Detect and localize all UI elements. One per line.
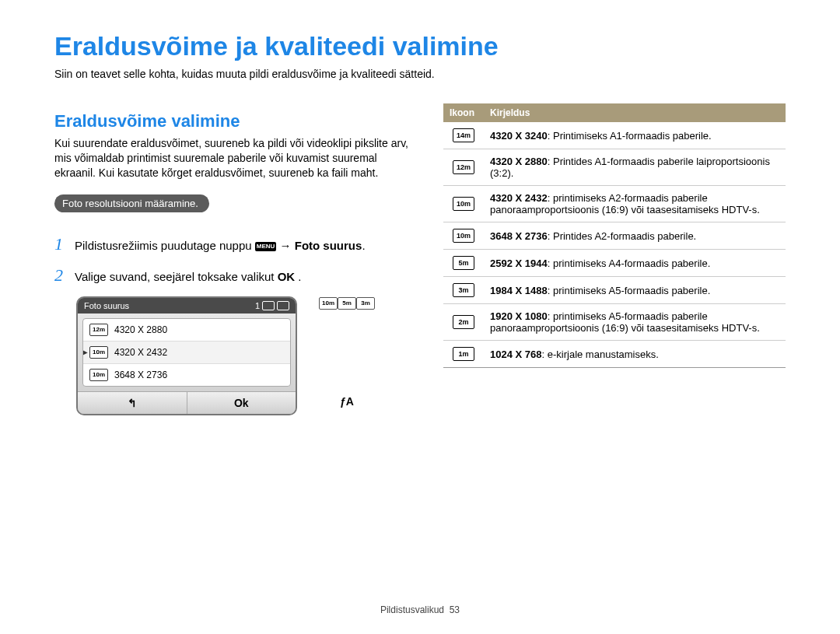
resolution-icon: 10m bbox=[453, 197, 474, 211]
table-icon-cell: 14m bbox=[443, 122, 484, 149]
table-row: 3m1984 X 1488: printimiseks A5-formaadis… bbox=[443, 277, 786, 304]
resolution-icon: 12m bbox=[453, 160, 474, 174]
page-footer: Pildistusvalikud 53 bbox=[0, 604, 840, 615]
camera-menu-footer: ↰ Ok bbox=[78, 391, 296, 414]
table-row: 1m1024 X 768: e-kirjale manustamiseks. bbox=[443, 341, 786, 368]
table-icon-cell: 3m bbox=[443, 277, 484, 304]
resolution-icon: 10m bbox=[89, 346, 108, 359]
step-2: 2 Valige suvand, seejärel toksake valiku… bbox=[54, 265, 412, 285]
resolution-value: 2592 X 1944 bbox=[490, 257, 548, 269]
footer-page-number: 53 bbox=[450, 604, 460, 615]
resolution-description: : printimiseks A5-formaadis paberile. bbox=[548, 285, 711, 296]
page-title: Eraldusvõime ja kvaliteedi valimine bbox=[54, 31, 786, 61]
step-number: 1 bbox=[54, 234, 75, 254]
camera-menu-row[interactable]: 10m4320 X 2432 bbox=[83, 341, 290, 363]
table-desc-cell: 3648 X 2736: Printides A2-formaadis pabe… bbox=[484, 222, 786, 250]
camera-row-label: 3648 X 2736 bbox=[114, 370, 167, 380]
resolution-icon: 12m bbox=[89, 324, 108, 336]
side-status-icons: 10m5m3m ƒA bbox=[319, 297, 375, 415]
resolution-value: 3648 X 2736 bbox=[490, 230, 548, 242]
left-column: Eraldusvõime valimine Kui suurendate era… bbox=[54, 103, 412, 415]
ok-button[interactable]: Ok bbox=[187, 392, 296, 414]
flash-icon: ƒA bbox=[340, 395, 354, 408]
camera-menu-list: 12m4320 X 288010m4320 X 243210m3648 X 27… bbox=[82, 318, 291, 387]
step-2-suffix: . bbox=[295, 270, 301, 283]
resolution-value: 1920 X 1080 bbox=[490, 310, 548, 322]
resolution-value: 4320 X 3240 bbox=[490, 130, 548, 142]
table-row: 10m4320 X 2432: printimiseks A2-formaadi… bbox=[443, 186, 786, 222]
back-button[interactable]: ↰ bbox=[78, 392, 187, 414]
resolution-icon: 3m bbox=[453, 283, 474, 297]
table-icon-cell: 12m bbox=[443, 149, 484, 186]
camera-menu-title: Foto suurus bbox=[84, 301, 129, 310]
table-icon-cell: 1m bbox=[443, 341, 484, 368]
table-desc-cell: 4320 X 2432: printimiseks A2-formaadis p… bbox=[484, 186, 786, 222]
resolution-icon: 1m bbox=[453, 347, 474, 361]
camera-menu-row[interactable]: 12m4320 X 2880 bbox=[83, 319, 290, 341]
camera-menu-figure: Foto suurus 1 12m4320 X 288010m4320 X 24… bbox=[76, 296, 412, 415]
resolution-value: 4320 X 2432 bbox=[490, 192, 548, 204]
table-head-icon: Ikoon bbox=[443, 103, 484, 122]
camera-menu-row[interactable]: 10m3648 X 2736 bbox=[83, 363, 290, 386]
step-number: 2 bbox=[54, 265, 75, 285]
camera-header-count: 1 bbox=[255, 301, 260, 310]
table-desc-cell: 1920 X 1080: printimiseks A5-formaadis p… bbox=[484, 304, 786, 341]
camera-menu: Foto suurus 1 12m4320 X 288010m4320 X 24… bbox=[76, 296, 297, 415]
step-1-suffix: . bbox=[362, 239, 365, 252]
step-1-bold: Foto suurus bbox=[295, 239, 362, 252]
camera-row-label: 4320 X 2432 bbox=[114, 347, 167, 358]
table-row: 2m1920 X 1080: printimiseks A5-formaadis… bbox=[443, 304, 786, 341]
table-row: 14m4320 X 3240: Printimiseks A1-formaadi… bbox=[443, 122, 786, 149]
step-1: 1 Pildistusrežiimis puudutage nuppu MENU… bbox=[54, 234, 412, 254]
resolution-description: : Printides A2-formaadis paberile. bbox=[548, 230, 696, 242]
step-1-arrow: → bbox=[280, 239, 295, 252]
sd-card-icon bbox=[262, 301, 275, 310]
document-page: Eraldusvõime ja kvaliteedi valimine Siin… bbox=[0, 0, 840, 634]
battery-icon bbox=[277, 301, 289, 310]
table-row: 10m3648 X 2736: Printides A2-formaadis p… bbox=[443, 222, 786, 250]
resolution-icon: 10m bbox=[453, 229, 474, 243]
side-resolution-icon: 10m bbox=[319, 297, 338, 310]
resolution-icon: 10m bbox=[89, 369, 108, 381]
section-title: Eraldusvõime valimine bbox=[54, 111, 412, 131]
resolution-value: 1024 X 768 bbox=[490, 349, 542, 360]
step-1-pre: Pildistusrežiimis puudutage nuppu bbox=[75, 239, 255, 252]
resolution-icon: 2m bbox=[453, 315, 474, 329]
table-desc-cell: 1984 X 1488: printimiseks A5-formaadis p… bbox=[484, 277, 786, 304]
step-2-pre: Valige suvand, seejärel toksake valikut bbox=[75, 270, 278, 283]
menu-icon: MENU bbox=[255, 242, 277, 251]
step-1-text: Pildistusrežiimis puudutage nuppu MENU →… bbox=[75, 239, 366, 252]
table-desc-cell: 4320 X 3240: Printimiseks A1-formaadis p… bbox=[484, 122, 786, 149]
table-desc-cell: 2592 X 1944: printimiseks A4-formaadis p… bbox=[484, 250, 786, 277]
ok-icon: OK bbox=[278, 270, 296, 283]
side-resolution-icon: 5m bbox=[338, 297, 356, 310]
camera-header-icons: 1 bbox=[255, 301, 289, 310]
step-2-text: Valige suvand, seejärel toksake valikut … bbox=[75, 270, 302, 283]
camera-menu-body: 12m4320 X 288010m4320 X 243210m3648 X 27… bbox=[78, 313, 296, 391]
table-desc-cell: 4320 X 2880: Printides A1-formaadis pabe… bbox=[484, 149, 786, 186]
two-column-layout: Eraldusvõime valimine Kui suurendate era… bbox=[54, 103, 786, 415]
table-icon-cell: 10m bbox=[443, 222, 484, 250]
table-row: 12m4320 X 2880: Printides A1-formaadis p… bbox=[443, 149, 786, 186]
table-desc-cell: 1024 X 768: e-kirjale manustamiseks. bbox=[484, 341, 786, 368]
table-row: 5m2592 X 1944: printimiseks A4-formaadis… bbox=[443, 250, 786, 277]
resolution-table: Ikoon Kirjeldus 14m4320 X 3240: Printimi… bbox=[443, 103, 786, 368]
right-column: Ikoon Kirjeldus 14m4320 X 3240: Printimi… bbox=[443, 103, 786, 415]
camera-row-label: 4320 X 2880 bbox=[114, 324, 167, 335]
resolution-value: 4320 X 2880 bbox=[490, 156, 548, 167]
intro-text: Siin on teavet selle kohta, kuidas muuta… bbox=[54, 68, 786, 80]
resolution-icon: 14m bbox=[453, 128, 474, 142]
resolution-description: : Printimiseks A1-formaadis paberile. bbox=[548, 130, 712, 142]
footer-section-label: Pildistusvalikud bbox=[380, 604, 444, 615]
table-icon-cell: 10m bbox=[443, 186, 484, 222]
resolution-description: : e-kirjale manustamiseks. bbox=[542, 349, 659, 360]
resolution-description: : printimiseks A4-formaadis paberile. bbox=[548, 257, 711, 269]
table-head-desc: Kirjeldus bbox=[484, 103, 786, 122]
table-icon-cell: 2m bbox=[443, 304, 484, 341]
resolution-icon: 5m bbox=[453, 256, 474, 270]
side-resolution-icon: 3m bbox=[356, 297, 375, 310]
resolution-value: 1984 X 1488 bbox=[490, 285, 548, 296]
body-paragraph: Kui suurendate eraldusvõimet, suureneb k… bbox=[54, 136, 412, 180]
table-icon-cell: 5m bbox=[443, 250, 484, 277]
subheading-pill: Foto resolutsiooni määramine. bbox=[54, 194, 209, 212]
